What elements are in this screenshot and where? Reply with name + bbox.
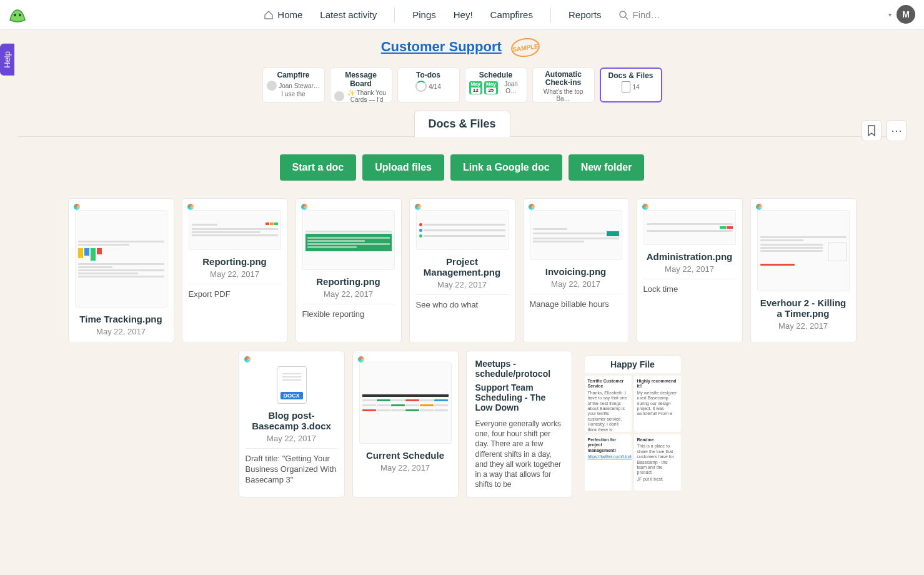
doc-body: Everyone generally works one, four hour … (475, 419, 563, 489)
file-card[interactable]: Reporting.png May 22, 2017 Export PDF (182, 198, 288, 343)
file-date: May 22, 2017 (416, 280, 509, 289)
file-name: Blog post-Basecamp 3.docx (246, 410, 338, 431)
file-name: Invoicing.png (530, 266, 622, 277)
file-date: May 22, 2017 (302, 289, 395, 299)
svg-text:SAMPLE: SAMPLE (512, 42, 539, 53)
file-description: Draft title: "Getting Your Business Orga… (246, 454, 338, 486)
upload-files-button[interactable]: Upload files (362, 154, 444, 181)
nav-separator (394, 8, 395, 22)
action-buttons-row: Start a doc Upload files Link a Google d… (0, 137, 924, 198)
file-thumbnail (302, 210, 395, 270)
color-label-icon (358, 356, 364, 362)
file-name: Current Schedule (359, 450, 452, 461)
home-icon (264, 10, 274, 20)
project-header: Customer Support SAMPLE (0, 30, 924, 65)
file-card[interactable]: Reporting.png May 22, 2017 Flexible repo… (296, 198, 402, 343)
file-card[interactable]: DOCX Blog post-Basecamp 3.docx May 22, 2… (239, 351, 345, 498)
file-thumbnail (643, 210, 736, 245)
file-description: Flexible reporting (302, 309, 395, 320)
color-label-icon (642, 204, 648, 210)
folder-item: Highly recommend it!! My website designe… (634, 376, 681, 432)
ellipsis-icon: ⋯ (891, 124, 902, 138)
nav-home[interactable]: Home (264, 9, 302, 20)
file-description: Manage billable hours (530, 299, 622, 310)
doc-title: Meetups - schedule/protocol (475, 359, 563, 379)
file-card[interactable]: Project Management.png May 22, 2017 See … (409, 198, 515, 343)
nav-hey[interactable]: Hey! (454, 9, 473, 20)
file-thumbnail (359, 362, 452, 444)
nav-find[interactable]: Find… (618, 9, 660, 20)
help-tab[interactable]: Help (0, 44, 14, 76)
color-label-icon (187, 204, 194, 210)
folder-item: Terrific Customer Service Thanks, Elizab… (585, 376, 632, 432)
tool-checkins[interactable]: Automatic Check-ins What's the top Ba… (532, 68, 595, 102)
svg-point-0 (14, 14, 16, 16)
color-label-icon (301, 204, 307, 210)
color-label-icon (244, 356, 251, 362)
svg-point-2 (620, 11, 626, 18)
file-description: Lock time (643, 284, 736, 295)
file-date: May 22, 2017 (757, 321, 850, 331)
search-icon (618, 10, 628, 20)
tool-docs-files[interactable]: Docs & Files 14 (600, 68, 662, 102)
folder-item: Perfection for project management! https… (585, 434, 632, 491)
file-name: Time Tracking.png (75, 314, 167, 324)
file-thumbnail (75, 210, 167, 308)
doc-subtitle: Support Team Scheduling - The Low Down (475, 382, 563, 412)
file-card[interactable]: Time Tracking.png May 22, 2017 (68, 198, 174, 343)
calendar-icon: May12 (469, 81, 483, 94)
nav-campfires[interactable]: Campfires (490, 9, 533, 20)
folder-card[interactable]: Happy File Terrific Customer Service Tha… (580, 351, 686, 498)
start-doc-button[interactable]: Start a doc (280, 154, 357, 181)
avatar-icon (267, 81, 277, 91)
top-nav: Home Latest activity Pings Hey! Campfire… (0, 0, 924, 30)
file-card[interactable]: Everhour 2 - Killing a Timer.png May 22,… (750, 198, 857, 343)
bookmark-button[interactable] (862, 120, 882, 141)
project-title-link[interactable]: Customer Support (381, 39, 502, 55)
file-name: Reporting.png (302, 276, 395, 287)
color-label-icon (756, 204, 762, 210)
folder-item: Readme This is a place to share the love… (634, 434, 681, 491)
new-folder-button[interactable]: New folder (569, 154, 645, 181)
more-options-button[interactable]: ⋯ (887, 120, 907, 141)
tools-row: Campfire Joan Stewar… I use the Message … (0, 65, 924, 110)
nav-latest-activity[interactable]: Latest activity (320, 9, 377, 20)
tool-campfire[interactable]: Campfire Joan Stewar… I use the (262, 68, 325, 102)
color-label-icon (415, 204, 421, 210)
bookmark-icon (867, 125, 876, 136)
file-date: May 22, 2017 (643, 264, 736, 274)
file-thumbnail (416, 210, 509, 250)
app-logo[interactable] (6, 4, 29, 26)
account-menu-chevron[interactable]: ▾ (888, 11, 892, 18)
folder-name: Happy File (585, 356, 681, 373)
file-thumbnail (189, 210, 281, 250)
files-row-1: Time Tracking.png May 22, 2017 Reporting… (36, 198, 888, 343)
file-thumbnail (757, 210, 850, 291)
tool-message-board[interactable]: Message Board ✨ Thank You Cards — I'd (330, 68, 392, 102)
file-description: See who do what (416, 300, 509, 311)
nav-pings[interactable]: Pings (412, 9, 436, 20)
nav-reports[interactable]: Reports (569, 9, 602, 20)
file-date: May 22, 2017 (246, 434, 338, 443)
file-card[interactable]: Administration.png May 22, 2017 Lock tim… (637, 198, 743, 343)
nav-separator (550, 8, 551, 22)
avatar-icon (334, 91, 344, 101)
file-thumbnail (530, 210, 622, 260)
file-date: May 22, 2017 (530, 279, 622, 289)
file-card[interactable]: Invoicing.png May 22, 2017 Manage billab… (523, 198, 629, 343)
link-google-doc-button[interactable]: Link a Google doc (450, 154, 562, 181)
files-row-2: DOCX Blog post-Basecamp 3.docx May 22, 2… (36, 351, 888, 498)
tool-todos[interactable]: To-dos 4/14 (397, 68, 460, 102)
color-label-icon (74, 204, 80, 210)
svg-line-3 (625, 17, 628, 19)
progress-ring-icon (415, 81, 427, 92)
document-card[interactable]: Meetups - schedule/protocol Support Team… (466, 351, 572, 498)
user-avatar[interactable]: M (897, 5, 915, 24)
file-name: Administration.png (643, 251, 736, 262)
tool-schedule[interactable]: Schedule May12 May25 Joan O… (465, 68, 527, 102)
document-icon (622, 81, 630, 92)
file-card[interactable]: Current Schedule May 22, 2017 (352, 351, 459, 498)
file-date: May 22, 2017 (359, 463, 452, 472)
section-tab-docs-files: Docs & Files (414, 111, 510, 137)
calendar-icon: May25 (484, 81, 498, 94)
